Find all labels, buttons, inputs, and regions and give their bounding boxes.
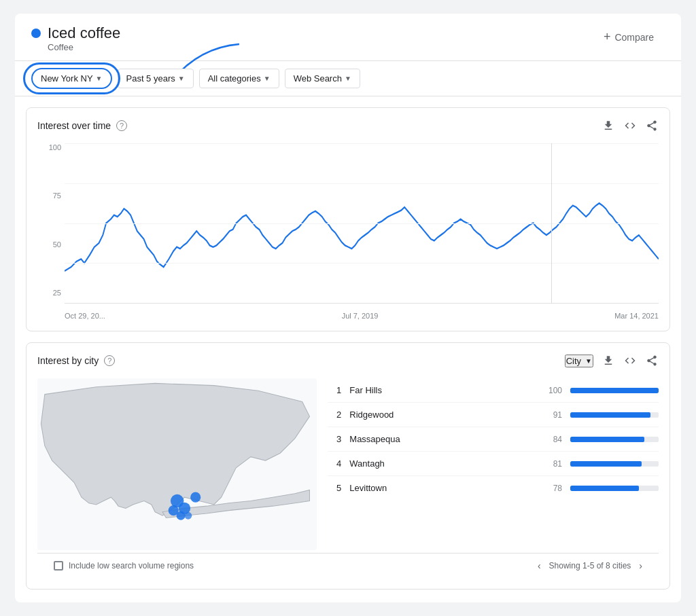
low-volume-checkbox[interactable]	[54, 561, 63, 570]
panel-actions-ibc: City ▼	[565, 354, 659, 367]
ranking-row-4: 4 Wantagh 81	[328, 452, 659, 476]
prev-page-button[interactable]: ‹	[538, 560, 541, 571]
interest-over-time-panel: Interest over time ? 100 75 50	[26, 107, 670, 331]
plus-icon: +	[604, 30, 611, 44]
y-label-100: 100	[37, 143, 61, 151]
rank-bar-1	[570, 388, 659, 393]
rank-score-4: 81	[542, 459, 562, 469]
search-type-filter[interactable]: Web Search ▼	[285, 69, 360, 88]
rank-num-2: 2	[328, 410, 341, 420]
rank-bar-container-1	[570, 388, 659, 393]
top-section: Iced coffee Coffee + Compare	[15, 14, 681, 61]
map-dot-5	[169, 505, 179, 515]
search-term-sub: Coffee	[48, 42, 120, 52]
rank-bar-3	[570, 437, 644, 442]
rank-name-2: Ridgewood	[349, 410, 534, 420]
share-icon-iot[interactable]	[645, 119, 659, 132]
panel-title-ibc: Interest by city ?	[37, 355, 115, 366]
x-label-3: Mar 14, 2021	[614, 312, 659, 320]
rank-bar-4	[570, 461, 642, 467]
rank-score-5: 78	[542, 484, 562, 493]
share-icon-ibc[interactable]	[645, 354, 659, 367]
search-term-block: Iced coffee Coffee	[31, 24, 120, 60]
chevron-down-icon-4: ▼	[345, 75, 351, 82]
low-volume-section: Include low search volume regions	[54, 561, 194, 570]
chart-inner	[65, 143, 659, 304]
location-filter-label: New York NY	[41, 73, 93, 84]
rank-name-4: Wantagh	[349, 458, 534, 469]
city-section: 1 Far Hills 100 2 Ridgewood 91 3	[37, 378, 659, 550]
y-label-25: 25	[37, 289, 61, 297]
ranking-row-3: 3 Massapequa 84	[328, 427, 659, 452]
categories-label: All categories	[208, 73, 261, 84]
ranking-row-2: 2 Ridgewood 91	[328, 403, 659, 427]
grid-line-50	[65, 223, 659, 224]
chevron-down-icon-2: ▼	[178, 75, 185, 82]
panel-header-iot: Interest over time ?	[37, 119, 659, 132]
interest-by-city-panel: Interest by city ? City ▼	[26, 342, 670, 590]
city-filter-button[interactable]: City ▼	[565, 355, 593, 367]
filters-row: New York NY ▼ Past 5 years ▼ All categor…	[15, 61, 681, 96]
grid-line-75	[65, 183, 659, 184]
y-label-75: 75	[37, 192, 61, 200]
categories-filter[interactable]: All categories ▼	[199, 69, 279, 88]
x-label-1: Oct 29, 20...	[65, 312, 105, 320]
rank-num-5: 5	[328, 483, 341, 493]
low-volume-label: Include low search volume regions	[69, 561, 194, 570]
y-label-50: 50	[37, 240, 61, 249]
time-range-filter[interactable]: Past 5 years ▼	[118, 69, 194, 88]
v-separator	[551, 143, 552, 303]
y-axis: 100 75 50 25	[37, 143, 61, 300]
location-filter[interactable]: New York NY ▼	[31, 68, 112, 89]
download-icon-ibc[interactable]	[602, 354, 615, 367]
rank-score-3: 84	[542, 435, 562, 444]
rank-num-1: 1	[328, 385, 341, 395]
main-container: Iced coffee Coffee + Compare New York	[15, 14, 681, 602]
city-chevron-icon: ▼	[585, 357, 592, 365]
embed-icon-ibc[interactable]	[623, 354, 637, 367]
rank-bar-2	[570, 412, 650, 418]
x-label-2: Jul 7, 2019	[342, 312, 379, 320]
chevron-down-icon-3: ▼	[264, 75, 271, 82]
panel-header-ibc: Interest by city ? City ▼	[37, 354, 659, 367]
time-range-label: Past 5 years	[126, 73, 175, 84]
interest-over-time-label: Interest over time	[37, 120, 111, 131]
help-icon-ibc[interactable]: ?	[104, 355, 115, 366]
rank-num-3: 3	[328, 434, 341, 444]
rank-score-1: 100	[542, 386, 562, 395]
grid-line-100	[65, 143, 659, 144]
panel-title-iot: Interest over time ?	[37, 120, 127, 131]
embed-icon-iot[interactable]	[623, 119, 637, 132]
rank-name-5: Levittown	[349, 483, 534, 493]
pagination-text: Showing 1-5 of 8 cities	[549, 561, 631, 570]
map-dot-6	[184, 512, 192, 520]
pagination: ‹ Showing 1-5 of 8 cities ›	[538, 560, 642, 571]
map-svg	[37, 378, 317, 550]
help-icon-iot[interactable]: ?	[116, 120, 127, 131]
rank-name-1: Far Hills	[349, 385, 534, 395]
search-term-text: Iced coffee	[48, 24, 120, 42]
rank-num-4: 4	[328, 458, 341, 469]
chevron-down-icon: ▼	[96, 75, 103, 82]
interest-by-city-label: Interest by city	[37, 355, 99, 366]
rank-bar-container-4	[570, 461, 659, 467]
rank-bar-container-3	[570, 437, 659, 442]
map-area	[37, 378, 317, 550]
rank-bar-container-2	[570, 412, 659, 418]
search-type-label: Web Search	[294, 73, 342, 84]
panel-actions-iot	[602, 119, 659, 132]
download-icon-iot[interactable]	[602, 119, 615, 132]
ranking-row-1: 1 Far Hills 100	[328, 378, 659, 403]
rank-bar-container-5	[570, 486, 659, 491]
chart-area: 100 75 50 25 Oct 29, 20... Jul 7, 2019	[37, 143, 659, 320]
compare-button[interactable]: + Compare	[593, 24, 665, 50]
rank-name-3: Massapequa	[349, 434, 534, 444]
ranking-row-5: 5 Levittown 78	[328, 476, 659, 500]
grid-line-25	[65, 263, 659, 264]
rank-bar-5	[570, 486, 639, 491]
bottom-bar: Include low search volume regions ‹ Show…	[37, 553, 659, 578]
map-dot-2	[190, 492, 201, 503]
city-filter-label: City	[566, 356, 581, 366]
next-page-button[interactable]: ›	[639, 560, 642, 571]
search-term-title: Iced coffee	[31, 24, 120, 42]
